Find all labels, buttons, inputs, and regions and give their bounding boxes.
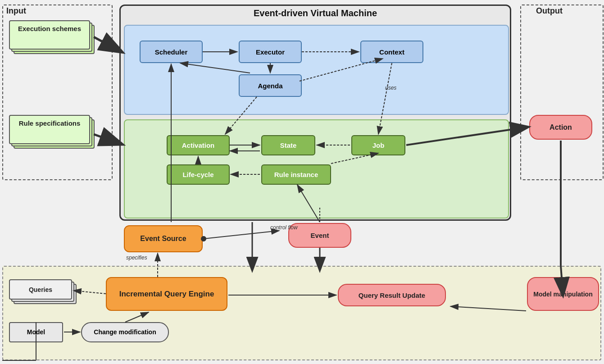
context-box: Context <box>360 41 423 63</box>
queries-label: Queries <box>9 280 72 299</box>
iqe-box: Incremental Query Engine <box>106 277 227 311</box>
activation-box: Activation <box>167 135 230 155</box>
model-manipulation-box: Model manipulation <box>527 277 599 311</box>
event-source-box: Event Source <box>124 225 203 252</box>
qru-box: Query Result Update <box>338 284 446 306</box>
diagram: Input Execution schemes Rule specificati… <box>0 0 604 364</box>
change-mod-box: Change modification <box>81 322 169 342</box>
lifecycle-box: Life-cycle <box>167 164 230 185</box>
event-box: Event <box>288 223 351 248</box>
blue-section <box>124 25 509 115</box>
scheduler-box: Scheduler <box>140 41 203 63</box>
executor-box: Executor <box>239 41 302 63</box>
model-box: Model <box>9 322 63 342</box>
output-label: Output <box>536 6 563 16</box>
svg-line-23 <box>204 231 279 239</box>
state-box: State <box>261 135 315 155</box>
specifies-label: specifies <box>126 255 147 261</box>
execution-schemes-label: Execution schemes <box>9 25 90 33</box>
rule-specifications-label: Rule specifications <box>9 119 90 127</box>
evm-title: Event-driven Virtual Machine <box>119 8 511 18</box>
control-flow-label: control flow <box>270 224 298 231</box>
job-box: Job <box>351 135 405 155</box>
bottom-section <box>2 266 601 360</box>
input-label: Input <box>6 6 26 16</box>
uses-label: uses <box>385 85 396 91</box>
output-box <box>520 5 604 180</box>
agenda-box: Agenda <box>239 74 302 97</box>
action-box: Action <box>529 115 592 140</box>
rule-instance-box: Rule instance <box>261 164 331 185</box>
